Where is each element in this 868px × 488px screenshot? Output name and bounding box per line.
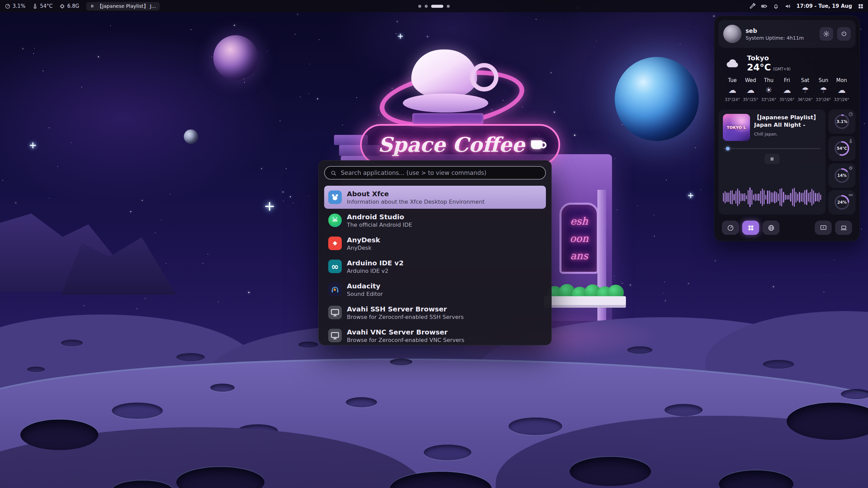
laptop-icon [840,224,847,231]
app-title: Avahi VNC Server Browser [347,328,464,336]
workspace-dot-3[interactable] [431,5,443,8]
android-icon [328,214,342,227]
workspace-dot-2[interactable] [425,5,428,8]
app-description: Sound Editor [347,291,383,297]
power-button[interactable] [837,27,851,41]
apps-button[interactable] [742,221,759,235]
sparkle-star [688,193,693,198]
cup-handle [470,63,498,92]
audacity-icon [328,283,342,296]
weather-forecast: Tue☁33°/24°Wed☁35°/25°Thu☀33°/26°Fri☁35°… [723,77,851,102]
rain-weather-icon: ☂ [814,86,833,94]
app-list: About XfceInformation about the Xfce Des… [324,186,546,347]
sign-support [412,113,484,124]
search-bar[interactable] [324,166,546,180]
top-bar: 3.1% 54°C 6.8G 【Japanese Playlist】 J... … [0,0,868,12]
chip-icon [848,165,853,170]
cup-saucer [403,94,488,113]
power-icon [841,30,847,37]
cpu-gauge-icon [5,3,11,9]
app-row-anydesk[interactable]: AnyDeskAnyDesk [324,232,546,255]
system-uptime: System Uptime: 4h11m [746,35,804,41]
cpu-value: 3.1% [13,3,25,9]
app-row-arduino-ide-v2[interactable]: ∞Arduino IDE v2Arduino IDE v2 [324,255,546,278]
forecast-day-wed: Wed☁35°/25° [742,77,760,102]
app-title: About Xfce [347,190,485,198]
gauge-icon [727,224,734,231]
forecast-day-sun: Sun☂33°/26° [814,77,833,102]
temperature-indicator[interactable]: 54°C [32,3,53,9]
xfce-icon [328,190,342,204]
thermometer-icon [32,3,38,9]
progress-knob[interactable] [726,147,730,150]
topbar-media-widget[interactable]: 【Japanese Playlist】 J... [86,2,160,11]
avahi-icon [328,329,342,342]
app-description: Arduino IDE v2 [347,268,403,274]
planter [544,296,626,308]
pause-icon [769,156,775,162]
sun-weather-icon: ☀ [760,86,778,94]
app-description: Browse for Zeroconf-enabled VNC Servers [347,337,464,343]
gauge-icon [848,111,853,116]
cpu-indicator[interactable]: 3.1% [5,3,25,9]
battery-icon[interactable] [761,3,767,9]
gauge-value: 24% [837,200,847,205]
workspace-dot-1[interactable] [418,5,421,8]
app-title: Avahi SSH Server Browser [347,305,464,313]
app-grid-icon[interactable] [857,3,864,9]
desktop: Space Coffee eshoonans 3.1% [0,0,868,488]
cloud-weather-icon: ☁ [723,86,742,94]
user-card: seb System Uptime: 4h11m [718,20,855,48]
volume-icon[interactable] [785,3,791,9]
sparkle-star [30,142,36,148]
sign-cup-icon [531,140,542,149]
clock[interactable]: 17:09 - Tue, 19 Aug [796,3,852,9]
widget-panel: seb System Uptime: 4h11m Tokyo 24°C (GMT… [714,16,860,241]
forecast-day-fri: Fri☁35°/26° [778,77,796,102]
system-gauges: 3.1%54°C14%24% [828,109,855,215]
album-art-label: TOKYO L [723,125,750,130]
pause-button[interactable] [765,154,780,164]
pause-icon [90,4,95,8]
media-subtitle: Chill Japan. [754,131,821,137]
notifications-icon[interactable] [773,3,779,9]
app-row-avahi-ssh-server-browser[interactable]: Avahi SSH Server BrowserBrowse for Zeroc… [324,301,546,324]
app-row-android-studio[interactable]: Android StudioThe official Android IDE [324,209,546,232]
workspace-indicator [418,5,450,8]
gear-icon [823,30,830,37]
app-row-about-xfce[interactable]: About XfceInformation about the Xfce Des… [324,186,546,209]
system-gauge-drive: 24% [828,190,855,215]
earth-planet [615,57,699,141]
avahi-icon [328,306,342,319]
display-button[interactable] [815,221,832,235]
search-icon [330,170,337,176]
search-input[interactable] [340,169,540,177]
cloud-weather-icon: ☁ [832,86,851,94]
settings-button[interactable] [820,27,833,41]
progress-track [724,148,821,149]
forecast-day-tue: Tue☁33°/24° [723,77,742,102]
app-row-audacity[interactable]: AudacitySound Editor [324,278,546,301]
workspace-dot-4[interactable] [447,5,450,8]
sparkle-star [398,34,403,39]
memory-indicator[interactable]: 6.8G [59,3,79,9]
coffee-cup-sculpture [411,49,477,99]
gauge-value: 54°C [837,146,847,151]
laptop-button[interactable] [835,221,852,235]
app-row-avahi-vnc-server-browser[interactable]: Avahi VNC Server BrowserBrowse for Zeroc… [324,324,546,347]
app-description: The official Android IDE [347,222,412,228]
app-description: Browse for Zeroconf-enabled SSH Servers [347,314,464,320]
tools-icon[interactable] [749,3,755,9]
display-icon [820,224,827,231]
dashboard-button[interactable] [722,221,739,235]
forecast-day-sat: Sat☂36°/26° [796,77,814,102]
memory-value: 6.8G [67,3,79,9]
network-button[interactable] [763,221,780,235]
media-progress-slider[interactable] [723,146,821,150]
drive-icon [848,192,853,197]
thermo-icon [848,138,853,143]
weather-timezone: (GMT+9) [773,67,791,72]
arduino-icon: ∞ [328,260,342,273]
app-title: AnyDesk [347,236,380,244]
audio-waveform [723,185,821,210]
